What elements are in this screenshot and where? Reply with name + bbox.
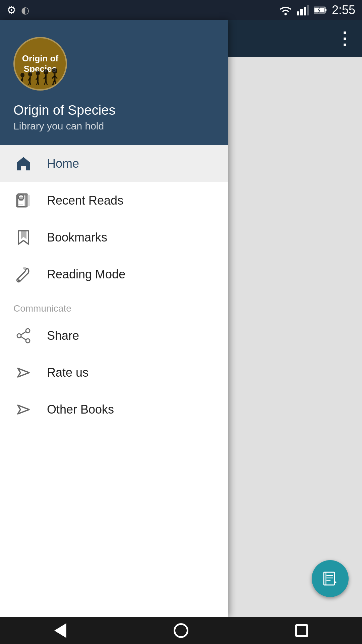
- evolution-silhouettes: [18, 68, 62, 85]
- sidebar-item-home[interactable]: Home: [0, 145, 228, 182]
- communicate-section-label: Communicate: [0, 293, 228, 317]
- other-books-icon: [13, 399, 34, 420]
- nav-home-icon: [174, 623, 188, 638]
- circle-icon: ◐: [21, 5, 29, 16]
- status-bar-right: 2:55: [279, 3, 355, 17]
- reading-mode-label: Reading Mode: [47, 267, 125, 281]
- svg-line-57: [21, 332, 26, 335]
- svg-rect-2: [300, 9, 303, 15]
- svg-point-0: [284, 13, 287, 15]
- share-icon: [13, 326, 34, 346]
- svg-marker-60: [18, 405, 29, 414]
- bg-menu-dots[interactable]: ⋮: [336, 30, 352, 47]
- bookmark-icon: [13, 227, 34, 248]
- other-books-label: Other Books: [47, 402, 114, 417]
- sidebar-item-reading-mode[interactable]: Reading Mode: [0, 256, 228, 293]
- recent-reads-icon: [13, 191, 34, 211]
- svg-rect-4: [307, 5, 309, 15]
- svg-rect-1: [297, 11, 299, 15]
- rate-us-icon: [13, 363, 34, 383]
- fab-button[interactable]: [312, 560, 349, 597]
- svg-point-18: [28, 72, 32, 76]
- svg-line-21: [30, 82, 31, 85]
- svg-point-53: [18, 279, 20, 281]
- svg-rect-9: [325, 572, 326, 585]
- app-name: Origin of Species: [13, 103, 215, 118]
- svg-line-58: [21, 337, 26, 340]
- svg-point-54: [26, 329, 30, 333]
- home-label: Home: [47, 157, 79, 171]
- sidebar-item-recent-reads[interactable]: Recent Reads: [0, 182, 228, 219]
- svg-point-33: [52, 68, 57, 74]
- drawer-header: Origin of Species: [0, 20, 228, 145]
- svg-marker-59: [18, 368, 29, 377]
- svg-line-19: [30, 76, 30, 82]
- svg-point-56: [17, 334, 21, 338]
- reading-mode-icon: [13, 264, 34, 284]
- sidebar-item-share[interactable]: Share: [0, 317, 228, 354]
- settings-icon: ⚙: [7, 4, 16, 16]
- signal-icon: [297, 5, 309, 15]
- svg-point-23: [36, 71, 40, 75]
- svg-line-16: [22, 83, 23, 85]
- nav-home-button[interactable]: [171, 621, 191, 641]
- svg-marker-39: [17, 157, 30, 170]
- fab-book-icon: [321, 570, 340, 588]
- app-tagline: Library you can hold: [13, 120, 215, 132]
- nav-bar: [0, 617, 362, 644]
- svg-point-13: [20, 73, 24, 77]
- battery-icon: [314, 6, 327, 14]
- status-time: 2:55: [332, 3, 355, 17]
- sidebar-item-rate-us[interactable]: Rate us: [0, 354, 228, 391]
- svg-line-36: [55, 80, 56, 85]
- nav-back-button[interactable]: [50, 621, 70, 641]
- svg-marker-52: [21, 231, 26, 239]
- svg-point-28: [44, 69, 48, 74]
- svg-rect-6: [325, 9, 326, 11]
- recent-reads-label: Recent Reads: [47, 194, 123, 208]
- svg-rect-50: [27, 195, 30, 206]
- svg-rect-49: [24, 194, 27, 207]
- nav-back-icon: [54, 623, 66, 638]
- status-bar: ⚙ ◐ 2:55: [0, 0, 362, 20]
- sidebar-item-other-books[interactable]: Other Books: [0, 391, 228, 428]
- svg-point-48: [19, 197, 23, 201]
- navigation-drawer: Origin of Species: [0, 20, 228, 617]
- share-label: Share: [47, 329, 79, 343]
- svg-rect-3: [304, 7, 306, 15]
- bookmarks-label: Bookmarks: [47, 230, 107, 245]
- wifi-icon: [279, 5, 292, 15]
- status-bar-left: ⚙ ◐: [7, 4, 29, 16]
- nav-recents-button[interactable]: [292, 621, 312, 641]
- sidebar-item-bookmarks[interactable]: Bookmarks: [0, 219, 228, 256]
- app-logo: Origin of Species: [13, 37, 67, 91]
- svg-line-31: [46, 80, 47, 85]
- home-icon: [13, 154, 34, 174]
- svg-point-55: [26, 339, 30, 343]
- nav-recents-icon: [295, 624, 308, 637]
- logo-text-line1: Origin of: [22, 53, 58, 64]
- rate-us-label: Rate us: [47, 366, 88, 380]
- drawer-menu: Home Recent Re: [0, 145, 228, 617]
- svg-line-26: [38, 81, 39, 85]
